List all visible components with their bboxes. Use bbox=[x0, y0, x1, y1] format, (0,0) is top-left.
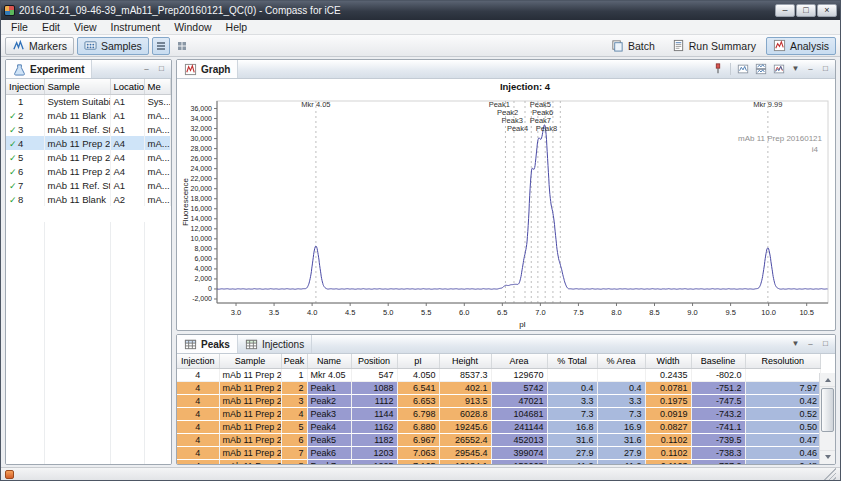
tab-experiment[interactable]: Experiment bbox=[6, 60, 92, 78]
menu-file[interactable]: File bbox=[4, 21, 35, 33]
batch-label: Batch bbox=[628, 40, 655, 52]
scroll-down-icon[interactable] bbox=[820, 450, 835, 464]
menu-view[interactable]: View bbox=[67, 21, 104, 33]
svg-text:6,000: 6,000 bbox=[194, 255, 212, 262]
experiment-row-2[interactable]: ✓2mAb 11 BlankA1mA... bbox=[6, 108, 171, 122]
analysis-button[interactable]: Analysis bbox=[766, 37, 836, 55]
list-view-button[interactable] bbox=[152, 37, 170, 55]
scrollbar-thumb[interactable] bbox=[821, 388, 834, 432]
experiment-row-6[interactable]: ✓6mAb 11 Prep 2...A4mA... bbox=[6, 164, 171, 178]
peaks-col-peak[interactable]: Peak bbox=[281, 354, 307, 368]
svg-text:10.5: 10.5 bbox=[799, 308, 814, 317]
peaks-row[interactable]: 4mAb 11 Prep 2...5Peak411626.88019245.62… bbox=[177, 420, 821, 433]
svg-text:3.0: 3.0 bbox=[231, 308, 241, 317]
overlay-graph-view-button[interactable] bbox=[771, 62, 787, 77]
graph-menu-dropdown-icon[interactable]: ▼ bbox=[789, 63, 802, 76]
peaks-col-sample[interactable]: Sample bbox=[219, 354, 281, 368]
menu-instrument[interactable]: Instrument bbox=[104, 21, 168, 33]
svg-text:4.5: 4.5 bbox=[345, 308, 355, 317]
experiment-table[interactable]: InjectionSampleLocationMe1System Suitabi… bbox=[6, 79, 171, 206]
svg-text:7.0: 7.0 bbox=[535, 308, 545, 317]
single-graph-view-button[interactable] bbox=[735, 62, 751, 77]
svg-text:i4: i4 bbox=[812, 145, 819, 154]
samples-button[interactable]: Samples bbox=[77, 37, 149, 55]
peaks-col-resolution[interactable]: Resolution bbox=[745, 354, 821, 368]
experiment-row-7[interactable]: ✓7mAb 11 Ref. St...A1mA... bbox=[6, 178, 171, 192]
samples-icon bbox=[84, 39, 97, 52]
svg-text:Mkr 9.99: Mkr 9.99 bbox=[753, 100, 782, 109]
peaks-col-position[interactable]: Position bbox=[351, 354, 397, 368]
minimize-panel-icon[interactable]: – bbox=[804, 338, 817, 351]
svg-text:16,000: 16,000 bbox=[191, 205, 213, 212]
peaks-col-pi[interactable]: pI bbox=[397, 354, 439, 368]
tab-peaks[interactable]: Peaks bbox=[177, 335, 238, 353]
peaks-row[interactable]: 4mAb 11 Prep 2...3Peak211126.653913.5470… bbox=[177, 394, 821, 407]
peaks-row[interactable]: 4mAb 11 Prep 2...4Peak311446.7986028.810… bbox=[177, 407, 821, 420]
experiment-col-sample[interactable]: Sample bbox=[44, 79, 110, 94]
markers-button[interactable]: Markers bbox=[5, 37, 74, 55]
pin-icon bbox=[712, 63, 724, 75]
minimize-panel-icon[interactable]: – bbox=[140, 63, 153, 76]
maximize-panel-icon[interactable]: □ bbox=[819, 63, 832, 76]
peaks-col--total[interactable]: % Total bbox=[547, 354, 597, 368]
experiment-col-injection[interactable]: Injection bbox=[6, 79, 44, 94]
experiment-row-4[interactable]: ✓4mAb 11 Prep 2...A4mA... bbox=[6, 136, 171, 150]
resize-grip[interactable] bbox=[824, 468, 836, 480]
minimize-button[interactable]: – bbox=[775, 4, 795, 17]
experiment-col-me[interactable]: Me bbox=[144, 79, 171, 94]
peaks-col-height[interactable]: Height bbox=[439, 354, 491, 368]
peaks-scrollbar[interactable] bbox=[819, 373, 835, 464]
toolbar-separator bbox=[730, 63, 731, 75]
minimize-panel-icon[interactable]: – bbox=[804, 63, 817, 76]
experiment-row-5[interactable]: ✓5mAb 11 Prep 2...A4mA... bbox=[6, 150, 171, 164]
svg-text:9.0: 9.0 bbox=[687, 308, 697, 317]
svg-text:5.0: 5.0 bbox=[383, 308, 393, 317]
svg-text:14,000: 14,000 bbox=[191, 215, 213, 222]
scroll-up-icon[interactable] bbox=[820, 373, 835, 387]
view-menu-dropdown-icon[interactable]: ▼ bbox=[789, 338, 802, 351]
peaks-col-name[interactable]: Name bbox=[307, 354, 351, 368]
maximize-button[interactable]: □ bbox=[796, 4, 816, 17]
peaks-row[interactable]: 4mAb 11 Prep 2...1Mkr 4.055474.0508537.3… bbox=[177, 368, 821, 381]
peaks-col-baseline[interactable]: Baseline bbox=[691, 354, 745, 368]
peaks-col--area[interactable]: % Area bbox=[597, 354, 645, 368]
app-icon bbox=[4, 5, 15, 16]
svg-text:5.5: 5.5 bbox=[421, 308, 431, 317]
peaks-row[interactable]: 4mAb 11 Prep 2...8Peak712257.16513134.11… bbox=[177, 459, 821, 464]
experiment-flask-icon bbox=[13, 63, 26, 76]
svg-text:34,000: 34,000 bbox=[191, 115, 213, 122]
peaks-col-injection[interactable]: Injection bbox=[177, 354, 219, 368]
close-button[interactable]: × bbox=[817, 4, 837, 17]
run-summary-button[interactable]: Run Summary bbox=[665, 37, 763, 55]
menu-window[interactable]: Window bbox=[167, 21, 218, 33]
experiment-col-location[interactable]: Location bbox=[110, 79, 144, 94]
analysis-icon bbox=[773, 39, 786, 52]
statusbar bbox=[1, 467, 840, 480]
menu-help[interactable]: Help bbox=[219, 21, 255, 33]
tab-injections[interactable]: Injections bbox=[238, 335, 312, 353]
titlebar[interactable]: 2016-01-21_09-46-39_mAb11_Prep20160121_Q… bbox=[1, 1, 840, 20]
grid-view-button[interactable] bbox=[173, 37, 191, 55]
experiment-row-1[interactable]: 1System Suitabi...A1Sys... bbox=[6, 94, 171, 108]
peaks-row[interactable]: 4mAb 11 Prep 2...6Peak511826.96726552.44… bbox=[177, 433, 821, 446]
maximize-panel-icon[interactable]: □ bbox=[155, 63, 168, 76]
tab-graph[interactable]: Graph bbox=[177, 60, 238, 78]
peaks-col-width[interactable]: Width bbox=[645, 354, 691, 368]
svg-text:26,000: 26,000 bbox=[191, 155, 213, 162]
experiment-row-8[interactable]: ✓8mAb 11 BlankA2mA... bbox=[6, 192, 171, 206]
peaks-table[interactable]: InjectionSamplePeakNamePositionpIHeightA… bbox=[177, 354, 821, 464]
svg-text:32,000: 32,000 bbox=[191, 125, 213, 132]
peaks-col-area[interactable]: Area bbox=[491, 354, 547, 368]
pin-button[interactable] bbox=[710, 62, 726, 77]
menu-edit[interactable]: Edit bbox=[35, 21, 67, 33]
experiment-row-3[interactable]: ✓3mAb 11 Ref. St...A1mA... bbox=[6, 122, 171, 136]
peaks-row[interactable]: 4mAb 11 Prep 2...7Peak612037.06329545.43… bbox=[177, 446, 821, 459]
check-icon: ✓ bbox=[9, 167, 18, 177]
maximize-panel-icon[interactable]: □ bbox=[819, 338, 832, 351]
markers-label: Markers bbox=[29, 40, 67, 52]
electropherogram-plot[interactable]: -2,00002,0004,0006,0008,00010,00012,0001… bbox=[179, 93, 834, 331]
batch-icon bbox=[611, 39, 624, 52]
batch-button[interactable]: Batch bbox=[604, 37, 662, 55]
peaks-row[interactable]: 4mAb 11 Prep 2...2Peak110886.541402.1574… bbox=[177, 381, 821, 394]
stacked-graph-view-button[interactable] bbox=[753, 62, 769, 77]
